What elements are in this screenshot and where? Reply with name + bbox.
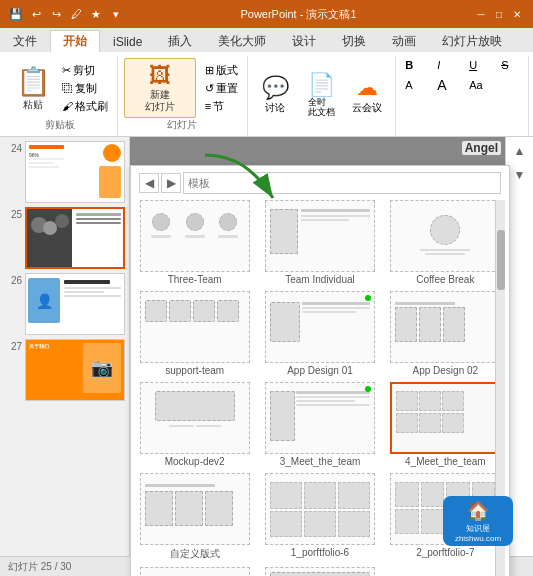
p6-4: [270, 511, 302, 538]
slide-thumb-27-inner: 关于我们 📷: [26, 340, 124, 400]
reset-icon: ↺: [205, 82, 214, 95]
tab-slideshow[interactable]: 幻灯片放映: [429, 30, 515, 52]
template-item-custom-layout[interactable]: 自定义版式: [135, 473, 254, 561]
thumb27-img: 📷: [83, 343, 121, 393]
template-row-2-items: support-team: [135, 291, 505, 376]
slide-thumb-25[interactable]: [25, 207, 125, 269]
reset-button[interactable]: ↺ 重置: [202, 80, 241, 97]
maximize-btn[interactable]: □: [491, 6, 507, 22]
new-slide-button[interactable]: 🖼 新建幻灯片: [124, 58, 196, 118]
save-icon[interactable]: 💾: [8, 6, 24, 22]
slide-item-26[interactable]: 26 👤: [4, 273, 125, 335]
m4-4: [396, 413, 418, 433]
template-item-app-design-02[interactable]: App Design 02: [386, 291, 505, 376]
clipboard-buttons: 📋 粘贴 ✂ 剪切 ⿻ 复制 🖌 格式刷: [10, 58, 111, 118]
panel-arrow-right[interactable]: ▶: [161, 173, 181, 193]
title-bar: 💾 ↩ ↪ 🖊 ★ ▾ PowerPoint - 演示文稿1 ─ □ ✕: [0, 0, 533, 28]
tab-design[interactable]: 设计: [279, 30, 329, 52]
undo-icon[interactable]: ↩: [28, 6, 44, 22]
template-row-3-items: Mockup-dev2: [135, 382, 505, 467]
panel-arrow-left[interactable]: ◀: [139, 173, 159, 193]
section-icon: ≡: [205, 100, 211, 112]
slide-item-27[interactable]: 27 关于我们 📷: [4, 339, 125, 401]
slide-item-25[interactable]: 25: [4, 207, 125, 269]
fulltime-label: 全时此文档: [308, 98, 335, 118]
panel-header: ◀ ▶: [135, 170, 505, 196]
customize-icon[interactable]: 🖊: [68, 6, 84, 22]
close-btn[interactable]: ✕: [509, 6, 525, 22]
discuss-button[interactable]: 💬 讨论: [253, 75, 297, 115]
template-search-input[interactable]: [183, 172, 501, 194]
coffee-circle: [430, 215, 460, 245]
slide-thumb-27[interactable]: 关于我们 📷: [25, 339, 125, 401]
ribbon: 文件 开始 iSlide 插入 美化大师 设计 切换 动画 幻灯片放映 📋 粘贴…: [0, 28, 533, 137]
mockup-content: [145, 391, 245, 427]
cl-cols: [145, 491, 245, 526]
thumb-three-team-inner: [141, 201, 249, 271]
template-item-big-picture[interactable]: ⬜ 1_Big_Picture_place-holder: [260, 567, 379, 576]
template-item-app-design-01[interactable]: App Design 01: [260, 291, 379, 376]
tab-beautify[interactable]: 美化大师: [205, 30, 279, 52]
app-design-02-label: App Design 02: [413, 365, 479, 376]
italic-button[interactable]: I: [434, 58, 464, 72]
thumb-custom-layout-inner: [141, 474, 249, 544]
underline-label: U: [469, 59, 477, 71]
copy-button[interactable]: ⿻ 复制: [59, 80, 111, 97]
m4-1: [396, 391, 418, 411]
tab-file[interactable]: 文件: [0, 30, 50, 52]
font-color-button[interactable]: A: [402, 78, 432, 92]
tab-animation[interactable]: 动画: [379, 30, 429, 52]
window-controls[interactable]: ─ □ ✕: [473, 6, 525, 22]
cut-button[interactable]: ✂ 剪切: [59, 62, 111, 79]
support-grid: [145, 300, 245, 322]
appd1-t3: [302, 311, 356, 313]
underline-button[interactable]: U: [466, 58, 496, 72]
template-item-coffee-break[interactable]: Coffee Break: [386, 200, 505, 285]
font-size-btn[interactable]: A: [434, 76, 464, 94]
thumb24-person: [99, 166, 121, 198]
panel-scrollbar-thumb[interactable]: [497, 230, 505, 290]
template-item-support-team[interactable]: support-team: [135, 291, 254, 376]
meet-3-label: 3_Meet_the_team: [280, 456, 361, 467]
template-item-meet-4[interactable]: 4_Meet_the_team: [386, 382, 505, 467]
star-icon[interactable]: ★: [88, 6, 104, 22]
slide-thumb-24[interactable]: 96%: [25, 141, 125, 203]
template-item-team-individual[interactable]: Team Individual: [260, 200, 379, 285]
p6-2: [304, 482, 336, 509]
app-design-01-label: App Design 01: [287, 365, 353, 376]
minimize-btn[interactable]: ─: [473, 6, 489, 22]
template-item-mockup-dev2[interactable]: Mockup-dev2: [135, 382, 254, 467]
cloud-meet-button[interactable]: ☁ 云会议: [345, 75, 389, 115]
slide-item-24[interactable]: 24 96%: [4, 141, 125, 203]
fulltime-button[interactable]: 📄 全时此文档: [299, 72, 343, 118]
font-buttons: B I U S abc A A Aa: [402, 58, 522, 132]
tab-islide[interactable]: iSlide: [100, 30, 155, 52]
thumb26-l3: [64, 295, 121, 297]
tab-home[interactable]: 开始: [50, 30, 100, 52]
layout-button[interactable]: ⊞ 版式: [202, 62, 241, 79]
right-panel-btn-1[interactable]: ▲: [510, 141, 530, 161]
redo-icon[interactable]: ↪: [48, 6, 64, 22]
template-item-portfolio-6[interactable]: 1_porftfolio-6: [260, 473, 379, 561]
section-button[interactable]: ≡ 节: [202, 98, 241, 115]
slide-thumb-26[interactable]: 👤: [25, 273, 125, 335]
thumb26-person: 👤: [28, 278, 60, 323]
thumb-app-design-02: [390, 291, 500, 363]
font-smaller-btn[interactable]: Aa: [466, 78, 496, 92]
watermark-site-text: 知识屋: [466, 523, 490, 534]
tab-transition[interactable]: 切换: [329, 30, 379, 52]
portfolio-6-label: 1_porftfolio-6: [291, 547, 349, 558]
format-paint-button[interactable]: 🖌 格式刷: [59, 98, 111, 115]
template-item-meet-3[interactable]: 3_Meet_the_team: [260, 382, 379, 467]
right-panel-btn-2[interactable]: ▼: [510, 165, 530, 185]
template-item-contact-us[interactable]: Contact Us: [135, 567, 254, 576]
template-row-1: Three-Team: [135, 200, 505, 285]
tab-insert[interactable]: 插入: [155, 30, 205, 52]
slides-group: 🖼 新建幻灯片 ⊞ 版式 ↺ 重置 ≡ 节: [118, 56, 248, 136]
paste-button[interactable]: 📋 粘贴: [10, 63, 57, 114]
bold-button[interactable]: B: [402, 58, 432, 72]
template-item-three-team[interactable]: Three-Team: [135, 200, 254, 285]
menu-icon[interactable]: ▾: [108, 6, 124, 22]
template-row-1-items: Three-Team: [135, 200, 505, 285]
strikethrough-button[interactable]: S: [498, 58, 528, 72]
